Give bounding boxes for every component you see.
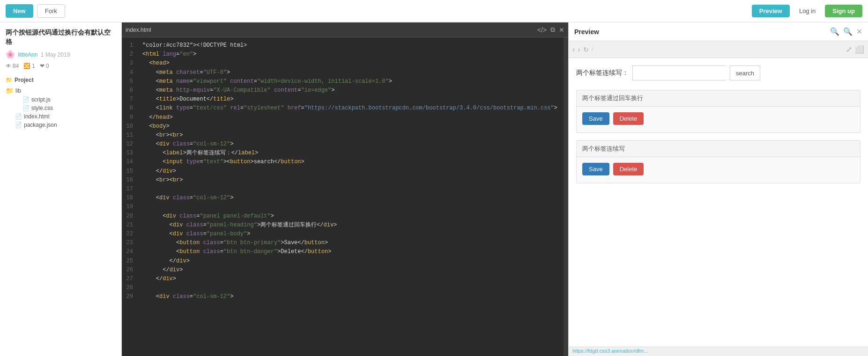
- sidebar-meta: 🌸 littleAnn 1 May 2019: [6, 50, 116, 59]
- html-file-icon: 📄: [15, 113, 22, 120]
- lib-folder-icon: 📁: [6, 87, 14, 94]
- close-preview-icon[interactable]: ✕: [856, 27, 862, 36]
- search-label: 两个标签连续写：: [576, 69, 629, 77]
- expand-icon[interactable]: ⤢: [846, 45, 852, 54]
- panel1-heading: 两个标签通过回车换行: [577, 90, 860, 107]
- nav-back-button[interactable]: ‹: [572, 45, 575, 54]
- likes-stat: ❤ 0: [40, 63, 49, 69]
- editor-toolbar: index.html </> ⧉ ✕: [122, 22, 568, 37]
- nav-refresh-button[interactable]: ↻: [583, 46, 589, 53]
- search-button[interactable]: search: [730, 65, 760, 80]
- project-title: 两个按钮源代码通过换行会有默认空格: [6, 28, 116, 46]
- folder-icon: 📁: [6, 77, 13, 83]
- sidebar-stats: 👁 84 🔀 1 ❤ 0: [6, 63, 116, 69]
- main-layout: 两个按钮源代码通过换行会有默认空格 🌸 littleAnn 1 May 2019…: [0, 22, 868, 356]
- editor-body: 1234567891011121314151617181920212223242…: [122, 37, 568, 356]
- file-script-js[interactable]: 📄 script.js: [6, 95, 116, 104]
- preview-nav-right: ⤢ ⬜: [846, 45, 864, 54]
- lib-folder[interactable]: 📁 lib: [6, 86, 116, 95]
- topnav: New Fork Preview Log in Sign up: [0, 0, 868, 22]
- file-style-css[interactable]: 📄 style.css: [6, 104, 116, 112]
- nav-forward-button[interactable]: ›: [578, 45, 580, 54]
- panel1-delete-button[interactable]: Delete: [613, 112, 644, 125]
- editor-filename: index.html: [126, 27, 151, 33]
- new-button[interactable]: New: [6, 4, 33, 18]
- preview-search-row: 两个标签连续写： search: [576, 65, 861, 80]
- preview-panel-1: 两个标签通过回车换行 Save Delete: [576, 90, 861, 133]
- line-numbers: 1234567891011121314151617181920212223242…: [122, 37, 139, 356]
- close-editor-icon[interactable]: ✕: [559, 26, 564, 34]
- zoom-in-icon[interactable]: 🔍: [843, 27, 853, 36]
- preview-panel-2: 两个标签连续写 Save Delete: [576, 140, 861, 183]
- preview-button[interactable]: Preview: [752, 5, 790, 17]
- author-link[interactable]: littleAnn: [18, 51, 38, 58]
- panel2-save-button[interactable]: Save: [582, 163, 609, 175]
- search-input[interactable]: [632, 65, 726, 80]
- preview-nav: ‹ › ↻ / ⤢ ⬜: [569, 41, 868, 58]
- project-label: 📁 Project: [6, 77, 116, 83]
- sidebar: 两个按钮源代码通过换行会有默认空格 🌸 littleAnn 1 May 2019…: [0, 22, 122, 356]
- file-package-json[interactable]: 📄 package.json: [6, 121, 116, 129]
- nav-separator: /: [592, 46, 594, 53]
- topnav-right: Preview Log in Sign up: [752, 5, 862, 17]
- panel2-delete-button[interactable]: Delete: [613, 163, 644, 175]
- code-icon[interactable]: </>: [537, 26, 547, 34]
- zoom-out-icon[interactable]: 🔍: [830, 27, 839, 36]
- preview-panel: Preview 🔍 🔍 ✕ ‹ › ↻ / ⤢ ⬜ 两个标签连续写： searc…: [568, 22, 868, 356]
- preview-header-icons: 🔍 🔍 ✕: [830, 27, 862, 36]
- preview-title: Preview: [574, 28, 599, 36]
- forks-stat: 🔀 1: [23, 63, 35, 69]
- views-stat: 👁 84: [6, 63, 19, 69]
- editor-toolbar-icons: </> ⧉ ✕: [537, 26, 564, 34]
- preview-footer: https://fdgd.css3.animation/dfm...: [569, 347, 868, 356]
- login-button[interactable]: Log in: [794, 5, 821, 17]
- signup-button[interactable]: Sign up: [825, 5, 862, 17]
- preview-body: 两个标签连续写： search 两个标签通过回车换行 Save Delete 两…: [569, 58, 868, 347]
- editor-scrollbar[interactable]: [564, 37, 568, 356]
- fork-button[interactable]: Fork: [37, 4, 65, 18]
- file-index-html[interactable]: 📄 index.html: [6, 112, 116, 121]
- publish-date: 1 May 2019: [41, 51, 70, 58]
- panel1-save-button[interactable]: Save: [582, 112, 609, 125]
- panel2-body: Save Delete: [577, 157, 860, 183]
- open-new-icon[interactable]: ⬜: [855, 45, 864, 54]
- panel1-body: Save Delete: [577, 107, 860, 132]
- topnav-left: New Fork: [6, 4, 748, 18]
- avatar-icon: 🌸: [6, 50, 15, 59]
- code-area[interactable]: "color:#cc7832"><!DOCTYPE html><html lan…: [139, 37, 564, 356]
- editor-panel: index.html </> ⧉ ✕ 123456789101112131415…: [122, 22, 568, 356]
- css-file-icon: 📄: [22, 105, 30, 111]
- copy-icon[interactable]: ⧉: [550, 26, 555, 34]
- panel2-heading: 两个标签连续写: [577, 141, 860, 157]
- json-file-icon: 📄: [15, 122, 22, 128]
- preview-header: Preview 🔍 🔍 ✕: [569, 22, 868, 41]
- js-file-icon: 📄: [22, 96, 30, 103]
